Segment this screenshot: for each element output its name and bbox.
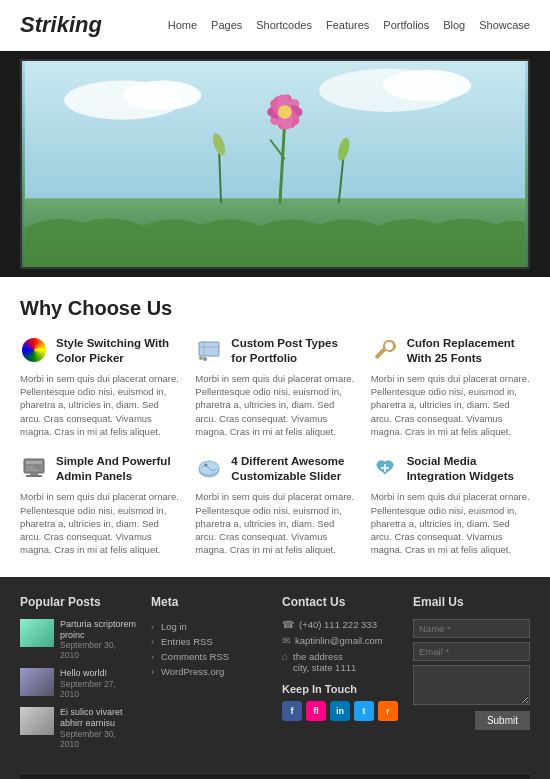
color-wheel-icon	[20, 336, 48, 364]
nav-features[interactable]: Features	[326, 19, 369, 31]
site-logo: Striking	[20, 12, 102, 38]
feature-5-header: 4 Different Awesome Customizable Slider	[195, 454, 354, 484]
svg-point-23	[203, 357, 207, 361]
keep-in-touch-heading: Keep In Touch	[282, 683, 399, 695]
post-info-2: Hello world! September 27, 2010	[60, 668, 137, 699]
post-date-1: September 30, 2010	[60, 640, 137, 660]
meta-item-wordpress[interactable]: WordPress.org	[151, 664, 268, 679]
feature-4-title: Simple And Powerful Admin Panels	[56, 454, 179, 484]
email-form-email-row	[413, 642, 530, 661]
feature-3-title: Cufon Replacement With 25 Fonts	[407, 336, 530, 366]
nav-showcase[interactable]: Showcase	[479, 19, 530, 31]
svg-rect-19	[199, 342, 219, 356]
post-thumb-2	[20, 668, 54, 696]
feature-item-1: Style Switching With Color Picker Morbi …	[20, 336, 179, 438]
flickr-icon[interactable]: fl	[306, 701, 326, 721]
feature-2-title: Custom Post Types for Portfolio	[231, 336, 354, 366]
contact-phone: ☎ (+40) 111 222 333	[282, 619, 399, 630]
svg-rect-25	[26, 461, 42, 464]
popular-posts-heading: Popular Posts	[20, 595, 137, 609]
hero-image	[20, 59, 530, 269]
contact-email-value: kaptinlin@gmail.com	[295, 635, 383, 646]
feature-3-desc: Morbi in sem quis dui placerat ornare. P…	[371, 372, 530, 438]
feature-4-desc: Morbi in sem quis dui placerat ornare. P…	[20, 490, 179, 556]
feature-6-desc: Morbi in sem quis dui placerat ornare. P…	[371, 490, 530, 556]
email-us-heading: Email Us	[413, 595, 530, 609]
social-icon	[371, 454, 399, 482]
footer-grid: Popular Posts Parturia scriptorem proinc…	[20, 595, 530, 773]
email-form: Submit	[413, 619, 530, 730]
contact-address-city: city, state 1111	[293, 662, 356, 673]
location-icon: ⌂	[282, 651, 288, 662]
feature-item-4: Simple And Powerful Admin Panels Morbi i…	[20, 454, 179, 556]
email-form-name-input[interactable]	[413, 619, 530, 638]
svg-rect-28	[30, 473, 38, 475]
post-info-1: Parturia scriptorem proinc September 30,…	[60, 619, 137, 661]
feature-item-6: Social Media Integration Widgets Morbi i…	[371, 454, 530, 556]
feature-3-header: Cufon Replacement With 25 Fonts	[371, 336, 530, 366]
post-title-1: Parturia scriptorem proinc	[60, 619, 137, 641]
nav-blog[interactable]: Blog	[443, 19, 465, 31]
email-form-submit-button[interactable]: Submit	[475, 711, 530, 730]
phone-icon: ☎	[282, 619, 294, 630]
admin-icon	[20, 454, 48, 482]
keep-in-touch: Keep In Touch f fl in t r	[282, 683, 399, 721]
feature-item-2: Custom Post Types for Portfolio Morbi in…	[195, 336, 354, 438]
feature-4-header: Simple And Powerful Admin Panels	[20, 454, 179, 484]
feature-6-header: Social Media Integration Widgets	[371, 454, 530, 484]
contact-address-street: the address	[293, 651, 356, 662]
meta-item-login[interactable]: Log in	[151, 619, 268, 634]
contact-col: Contact Us ☎ (+40) 111 222 333 ✉ kaptinl…	[282, 595, 399, 757]
linkedin-icon[interactable]: in	[330, 701, 350, 721]
contact-heading: Contact Us	[282, 595, 399, 609]
facebook-icon[interactable]: f	[282, 701, 302, 721]
feature-2-desc: Morbi in sem quis dui placerat ornare. P…	[195, 372, 354, 438]
contact-address-lines: the address city, state 1111	[293, 651, 356, 673]
post-thumb-1	[20, 619, 54, 647]
meta-col: Meta Log in Entries RSS Comments RSS Wor…	[151, 595, 268, 757]
email-form-name-row	[413, 619, 530, 638]
rss-icon[interactable]: r	[378, 701, 398, 721]
feature-item-5: 4 Different Awesome Customizable Slider …	[195, 454, 354, 556]
footer-bottom: Copyright © 2010 MyCompany.com. All Righ…	[20, 774, 530, 779]
svg-point-4	[383, 70, 471, 101]
contact-phone-value: (+40) 111 222 333	[299, 619, 377, 630]
nav-portfolios[interactable]: Portfolios	[383, 19, 429, 31]
slider-icon	[195, 454, 223, 482]
nav-home[interactable]: Home	[168, 19, 197, 31]
email-icon: ✉	[282, 635, 290, 646]
why-heading: Why Choose Us	[20, 297, 530, 320]
hero-section	[0, 51, 550, 277]
contact-address: ⌂ the address city, state 1111	[282, 651, 399, 673]
why-section: Why Choose Us Style Switching With Color…	[0, 277, 550, 577]
footer: Popular Posts Parturia scriptorem proinc…	[0, 577, 550, 779]
email-form-email-input[interactable]	[413, 642, 530, 661]
nav-shortcodes[interactable]: Shortcodes	[256, 19, 312, 31]
feature-1-title: Style Switching With Color Picker	[56, 336, 179, 366]
post-title-3: Ei sulico vivaret abhirr earnisu	[60, 707, 137, 729]
svg-rect-27	[26, 469, 38, 471]
main-nav: Home Pages Shortcodes Features Portfolio…	[168, 19, 530, 31]
post-thumb-3	[20, 707, 54, 735]
post-title-2: Hello world!	[60, 668, 137, 679]
popular-post-1: Parturia scriptorem proinc September 30,…	[20, 619, 137, 661]
meta-list: Log in Entries RSS Comments RSS WordPres…	[151, 619, 268, 679]
svg-point-14	[278, 105, 292, 119]
feature-1-desc: Morbi in sem quis dui placerat ornare. P…	[20, 372, 179, 438]
popular-post-2: Hello world! September 27, 2010	[20, 668, 137, 699]
feature-1-header: Style Switching With Color Picker	[20, 336, 179, 366]
email-form-message-input[interactable]	[413, 665, 530, 705]
svg-rect-29	[26, 475, 42, 477]
wrench-icon	[371, 336, 399, 364]
contact-email: ✉ kaptinlin@gmail.com	[282, 635, 399, 646]
popular-post-3: Ei sulico vivaret abhirr earnisu Septemb…	[20, 707, 137, 749]
twitter-icon[interactable]: t	[354, 701, 374, 721]
features-grid: Style Switching With Color Picker Morbi …	[20, 336, 530, 557]
hero-svg	[22, 61, 528, 267]
meta-item-entries[interactable]: Entries RSS	[151, 634, 268, 649]
meta-item-comments[interactable]: Comments RSS	[151, 649, 268, 664]
palette-icon	[195, 336, 223, 364]
feature-5-desc: Morbi in sem quis dui placerat ornare. P…	[195, 490, 354, 556]
nav-pages[interactable]: Pages	[211, 19, 242, 31]
post-date-2: September 27, 2010	[60, 679, 137, 699]
